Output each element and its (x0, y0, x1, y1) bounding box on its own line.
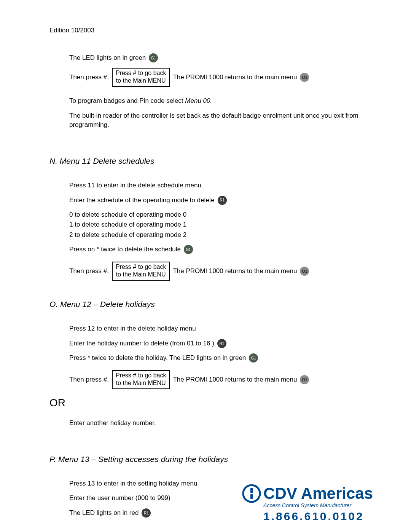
footer-brand: CDV Americas Access Control System Manuf… (242, 484, 373, 523)
svg-rect-1 (250, 488, 253, 493)
o-p1: Press 12 to enter in the delete holiday … (69, 324, 373, 334)
n-p2-row: Enter the schedule of the operating mode… (69, 196, 373, 205)
goback-box: Press # to go back to the Main MENU (112, 262, 170, 281)
n-press-star: Press on * twice to delete the schedule (69, 246, 181, 253)
then-press-text: Then press #. (69, 73, 109, 81)
then-press-text: Then press #. (69, 267, 109, 275)
or-alt: Enter another holiday number. (69, 419, 373, 428)
o-p2: Enter the holiday number to delete (from… (69, 340, 214, 347)
box-line1: Press # to go back (116, 69, 166, 77)
brand-tagline: Access Control System Manufacturer (263, 502, 373, 508)
n-p2: Enter the schedule of the operating mode… (69, 197, 215, 204)
or-heading: OR (49, 397, 373, 409)
led-r1-icon: R1 (217, 339, 226, 348)
led-o1-icon: O1 (300, 375, 309, 384)
led-g1-icon: G1 (149, 53, 158, 62)
n-opt2: 2 to delete schedule of operating mode 2 (69, 230, 373, 240)
o-p3: Press * twice to delete the holiday. The… (69, 354, 246, 362)
box-line2: to the Main MENU (116, 379, 166, 387)
box-line2: to the Main MENU (116, 271, 166, 278)
then-press-row-3: Then press #. Press # to go back to the … (69, 370, 373, 389)
led-o1-icon: O1 (300, 267, 309, 276)
n-p1: Press 11 to enter in the delete schedule… (69, 181, 373, 190)
document-page: Edition 10/2003 The LED lights on in gre… (0, 0, 411, 532)
then-press-row-1: Then press #. Press # to go back to the … (69, 68, 373, 87)
brand-row: CDV Americas (242, 484, 373, 503)
box-line1: Press # to go back (116, 263, 166, 271)
led-green-row: The LED lights on in green G1 (69, 53, 373, 62)
returns-main-text: The PROMI 1000 returns to the main menu (173, 376, 297, 383)
o-p3-row: Press * twice to delete the holiday. The… (69, 353, 373, 363)
brand-name: CDV Americas (263, 486, 373, 502)
goback-box: Press # to go back to the Main MENU (112, 68, 170, 87)
section-o-title: O. Menu 12 – Delete holidays (49, 300, 373, 309)
intro-block: The LED lights on in green G1 Then press… (49, 53, 373, 130)
edition-line: Edition 10/2003 (49, 27, 373, 34)
box-line1: Press # to go back (116, 372, 166, 379)
goback-box: Press # to go back to the Main MENU (112, 370, 170, 389)
n-opt0: 0 to delete schedule of operating mode 0 (69, 210, 373, 220)
section-n-title: N. Menu 11 Delete schedules (49, 157, 373, 166)
n-press-star-row: Press on * twice to delete the schedule … (69, 245, 373, 254)
then-press-text: Then press #. (69, 376, 109, 383)
led-r1-icon: R1 (218, 196, 227, 205)
then-press-row-2: Then press #. Press # to go back to the … (69, 262, 373, 281)
returns-main-text: The PROMI 1000 returns to the main menu (173, 267, 297, 275)
or-block: Enter another holiday number. (49, 419, 373, 428)
section-n-block: Press 11 to enter in the delete schedule… (49, 181, 373, 281)
svg-rect-2 (250, 494, 253, 499)
svg-point-0 (243, 485, 260, 502)
led-r1-icon: R1 (142, 508, 151, 518)
program-badges-line: To program badges and Pin code select Me… (69, 96, 373, 106)
n-opt1: 1 to delete schedule of operating mode 1 (69, 220, 373, 230)
led-green-text: The LED lights on in green (69, 54, 146, 62)
led-o1-icon: O1 (300, 73, 309, 82)
brand-phone: 1.866.610.0102 (263, 510, 373, 523)
brand-logo-icon (242, 484, 261, 503)
box-line2: to the Main MENU (116, 77, 166, 85)
returns-main-text: The PROMI 1000 returns to the main menu (173, 73, 297, 81)
p-p3: The LED lights on in red (69, 509, 139, 517)
program-badges-prefix: To program badges and Pin code select (69, 97, 185, 104)
led-g1-icon: G1 (249, 353, 258, 363)
section-o-block: Press 12 to enter in the delete holiday … (49, 324, 373, 389)
led-g1-icon: G1 (184, 245, 193, 254)
builtin-reader-text: The built-in reader of the controller is… (69, 111, 373, 130)
section-p-title: P. Menu 13 – Setting accesses during the… (49, 455, 373, 464)
program-badges-menu: Menu 00. (185, 97, 212, 104)
o-p2-row: Enter the holiday number to delete (from… (69, 339, 373, 348)
